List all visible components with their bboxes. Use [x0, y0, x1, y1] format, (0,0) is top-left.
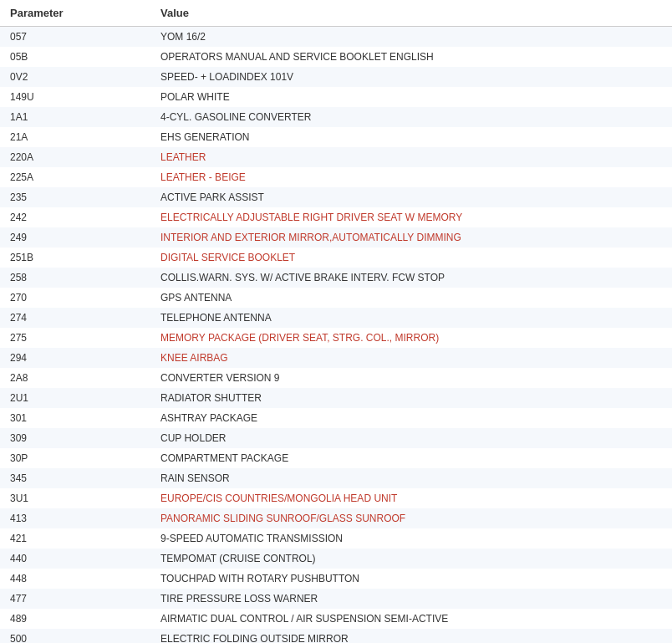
- column-header-parameter: Parameter: [0, 0, 150, 27]
- table-row: 4219-SPEED AUTOMATIC TRANSMISSION: [0, 528, 672, 549]
- value-cell: POLAR WHITE: [150, 87, 672, 107]
- table-row: 440TEMPOMAT (CRUISE CONTROL): [0, 549, 672, 569]
- value-cell: LEATHER - BEIGE: [150, 167, 672, 187]
- value-cell: COLLIS.WARN. SYS. W/ ACTIVE BRAKE INTERV…: [150, 268, 672, 288]
- param-cell: 301: [0, 408, 150, 428]
- param-cell: 489: [0, 609, 150, 629]
- table-row: 0V2SPEED- + LOADINDEX 101V: [0, 67, 672, 87]
- value-cell: DIGITAL SERVICE BOOKLET: [150, 248, 672, 268]
- param-cell: 251B: [0, 248, 150, 268]
- param-cell: 149U: [0, 87, 150, 107]
- table-row: 270GPS ANTENNA: [0, 288, 672, 308]
- table-row: 149UPOLAR WHITE: [0, 87, 672, 107]
- param-cell: 477: [0, 589, 150, 609]
- value-cell: OPERATORS MANUAL AND SERVICE BOOKLET ENG…: [150, 47, 672, 67]
- value-cell: 9-SPEED AUTOMATIC TRANSMISSION: [150, 528, 672, 549]
- param-cell: 05B: [0, 47, 150, 67]
- param-cell: 309: [0, 428, 150, 448]
- table-row: 477TIRE PRESSURE LOSS WARNER: [0, 589, 672, 609]
- param-cell: 242: [0, 207, 150, 227]
- parameters-table: Parameter Value 057YOM 16/205BOPERATORS …: [0, 0, 672, 643]
- table-row: 489AIRMATIC DUAL CONTROL / AIR SUSPENSIO…: [0, 609, 672, 629]
- table-row: 251BDIGITAL SERVICE BOOKLET: [0, 248, 672, 268]
- param-cell: 274: [0, 308, 150, 328]
- value-cell: ELECTRIC FOLDING OUTSIDE MIRROR: [150, 629, 672, 643]
- param-cell: 345: [0, 468, 150, 488]
- param-cell: 413: [0, 508, 150, 528]
- value-cell: ACTIVE PARK ASSIST: [150, 187, 672, 207]
- table-row: 21AEHS GENERATION: [0, 127, 672, 147]
- param-cell: 225A: [0, 167, 150, 187]
- table-row: 057YOM 16/2: [0, 27, 672, 48]
- param-cell: 21A: [0, 127, 150, 147]
- param-cell: 294: [0, 348, 150, 368]
- value-cell: RADIATOR SHUTTER: [150, 388, 672, 408]
- value-cell: TELEPHONE ANTENNA: [150, 308, 672, 328]
- table-row: 235ACTIVE PARK ASSIST: [0, 187, 672, 207]
- param-cell: 421: [0, 528, 150, 549]
- table-row: 05BOPERATORS MANUAL AND SERVICE BOOKLET …: [0, 47, 672, 67]
- table-row: 500ELECTRIC FOLDING OUTSIDE MIRROR: [0, 629, 672, 643]
- value-cell: SPEED- + LOADINDEX 101V: [150, 67, 672, 87]
- value-cell: CONVERTER VERSION 9: [150, 368, 672, 388]
- param-cell: 275: [0, 328, 150, 348]
- table-row: 30PCOMPARTMENT PACKAGE: [0, 448, 672, 468]
- param-cell: 057: [0, 27, 150, 48]
- param-cell: 500: [0, 629, 150, 643]
- value-cell: PANORAMIC SLIDING SUNROOF/GLASS SUNROOF: [150, 508, 672, 528]
- value-cell: COMPARTMENT PACKAGE: [150, 448, 672, 468]
- table-row: 3U1EUROPE/CIS COUNTRIES/MONGOLIA HEAD UN…: [0, 488, 672, 508]
- value-cell: INTERIOR AND EXTERIOR MIRROR,AUTOMATICAL…: [150, 227, 672, 248]
- table-row: 220ALEATHER: [0, 147, 672, 167]
- table-row: 1A14-CYL. GASOLINE CONVERTER: [0, 107, 672, 127]
- value-cell: MEMORY PACKAGE (DRIVER SEAT, STRG. COL.,…: [150, 328, 672, 348]
- table-row: 258COLLIS.WARN. SYS. W/ ACTIVE BRAKE INT…: [0, 268, 672, 288]
- value-cell: CUP HOLDER: [150, 428, 672, 448]
- param-cell: 440: [0, 549, 150, 569]
- value-cell: AIRMATIC DUAL CONTROL / AIR SUSPENSION S…: [150, 609, 672, 629]
- value-cell: GPS ANTENNA: [150, 288, 672, 308]
- table-row: 301ASHTRAY PACKAGE: [0, 408, 672, 428]
- table-row: 249INTERIOR AND EXTERIOR MIRROR,AUTOMATI…: [0, 227, 672, 248]
- value-cell: EUROPE/CIS COUNTRIES/MONGOLIA HEAD UNIT: [150, 488, 672, 508]
- param-cell: 30P: [0, 448, 150, 468]
- param-cell: 2U1: [0, 388, 150, 408]
- value-cell: TEMPOMAT (CRUISE CONTROL): [150, 549, 672, 569]
- param-cell: 3U1: [0, 488, 150, 508]
- value-cell: LEATHER: [150, 147, 672, 167]
- value-cell: TIRE PRESSURE LOSS WARNER: [150, 589, 672, 609]
- table-row: 274TELEPHONE ANTENNA: [0, 308, 672, 328]
- table-row: 2A8CONVERTER VERSION 9: [0, 368, 672, 388]
- value-cell: RAIN SENSOR: [150, 468, 672, 488]
- table-row: 345RAIN SENSOR: [0, 468, 672, 488]
- value-cell: KNEE AIRBAG: [150, 348, 672, 368]
- table-row: 242ELECTRICALLY ADJUSTABLE RIGHT DRIVER …: [0, 207, 672, 227]
- table-row: 294KNEE AIRBAG: [0, 348, 672, 368]
- table-row: 2U1RADIATOR SHUTTER: [0, 388, 672, 408]
- param-cell: 235: [0, 187, 150, 207]
- param-cell: 258: [0, 268, 150, 288]
- table-row: 309CUP HOLDER: [0, 428, 672, 448]
- param-cell: 220A: [0, 147, 150, 167]
- param-cell: 448: [0, 569, 150, 589]
- param-cell: 270: [0, 288, 150, 308]
- value-cell: ELECTRICALLY ADJUSTABLE RIGHT DRIVER SEA…: [150, 207, 672, 227]
- param-cell: 2A8: [0, 368, 150, 388]
- value-cell: TOUCHPAD WITH ROTARY PUSHBUTTON: [150, 569, 672, 589]
- param-cell: 249: [0, 227, 150, 248]
- value-cell: ASHTRAY PACKAGE: [150, 408, 672, 428]
- table-row: 275MEMORY PACKAGE (DRIVER SEAT, STRG. CO…: [0, 328, 672, 348]
- param-cell: 1A1: [0, 107, 150, 127]
- value-cell: 4-CYL. GASOLINE CONVERTER: [150, 107, 672, 127]
- table-row: 448TOUCHPAD WITH ROTARY PUSHBUTTON: [0, 569, 672, 589]
- value-cell: EHS GENERATION: [150, 127, 672, 147]
- column-header-value: Value: [150, 0, 672, 27]
- table-row: 225ALEATHER - BEIGE: [0, 167, 672, 187]
- param-cell: 0V2: [0, 67, 150, 87]
- table-row: 413PANORAMIC SLIDING SUNROOF/GLASS SUNRO…: [0, 508, 672, 528]
- value-cell: YOM 16/2: [150, 27, 672, 48]
